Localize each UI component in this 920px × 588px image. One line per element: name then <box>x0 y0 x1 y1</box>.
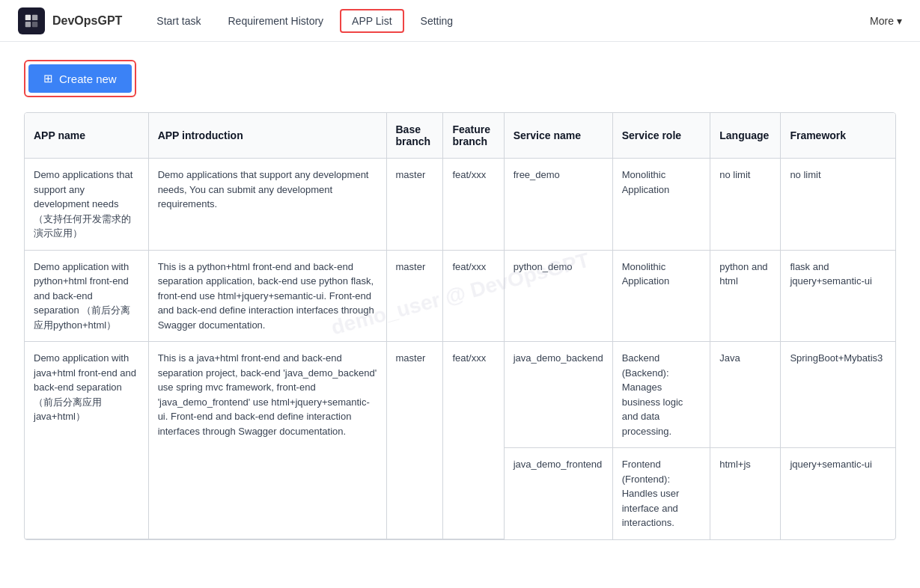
cell-service-name: python_demo <box>504 250 612 342</box>
nav-more-label: More <box>870 15 894 27</box>
plus-icon: ⊞ <box>43 72 53 85</box>
nav-setting[interactable]: Setting <box>410 10 464 31</box>
svg-rect-3 <box>32 21 37 26</box>
col-header-app-name: APP name <box>25 113 148 159</box>
cell-framework: no limit <box>781 159 895 251</box>
cell-base-branch: master <box>386 250 443 342</box>
svg-rect-1 <box>32 14 37 19</box>
create-button-label: Create new <box>59 73 117 85</box>
cell-app-intro: This is a java+html front-end and back-e… <box>148 342 386 539</box>
col-header-app-intro: APP introduction <box>148 113 386 159</box>
cell-app-name: Demo application with java+html front-en… <box>25 342 148 539</box>
cell-service-role: Monolithic Application <box>612 250 710 342</box>
create-new-button[interactable]: ⊞ Create new <box>28 64 132 93</box>
cell-service-name: java_demo_frontend <box>504 448 612 539</box>
brand-icon <box>18 7 45 34</box>
nav-app-list[interactable]: APP List <box>340 9 403 33</box>
cell-app-name: Demo applications that support any devel… <box>25 159 148 251</box>
svg-rect-2 <box>25 21 31 26</box>
col-header-framework: Framework <box>781 113 895 159</box>
cell-framework: flask and jquery+semantic-ui <box>781 250 895 342</box>
cell-app-intro: This is a python+html front-end and back… <box>148 250 386 342</box>
cell-framework: jquery+semantic-ui <box>781 448 895 539</box>
cell-feature-branch: feat/xxx <box>443 250 504 342</box>
app-table: APP name APP introduction Base branch Fe… <box>24 112 896 540</box>
cell-feature-branch: feat/xxx <box>443 159 504 251</box>
navbar: DevOpsGPT Start task Requirement History… <box>0 0 920 42</box>
brand-name: DevOpsGPT <box>52 14 122 28</box>
cell-language: Java <box>710 342 781 448</box>
create-button-wrapper: ⊞ Create new <box>24 60 136 97</box>
table-row: Demo application with java+html front-en… <box>25 342 895 448</box>
cell-base-branch: master <box>386 342 443 539</box>
table-header-row: APP name APP introduction Base branch Fe… <box>25 113 895 159</box>
cell-service-role: Frontend (Frontend): Handles user interf… <box>612 448 710 539</box>
cell-service-name: free_demo <box>504 159 612 251</box>
cell-language: html+js <box>710 448 781 539</box>
nav-requirement-history[interactable]: Requirement History <box>218 10 335 31</box>
table-row: Demo application with python+html front-… <box>25 250 895 342</box>
cell-service-role: Backend (Backend): Manages business logi… <box>612 342 710 448</box>
cell-feature-branch: feat/xxx <box>443 342 504 539</box>
main-content: ⊞ Create new APP name APP introduction B… <box>0 42 920 558</box>
col-header-base-branch: Base branch <box>386 113 443 159</box>
chevron-down-icon: ▾ <box>897 15 902 27</box>
cell-service-role: Monolithic Application <box>612 159 710 251</box>
nav-links: Start task Requirement History APP List … <box>146 9 846 33</box>
cell-service-name: java_demo_backend <box>504 342 612 448</box>
cell-app-name: Demo application with python+html front-… <box>25 250 148 342</box>
cell-framework: SpringBoot+Mybatis3 <box>781 342 895 448</box>
cell-base-branch: master <box>386 159 443 251</box>
col-header-service-name: Service name <box>504 113 612 159</box>
col-header-feature-branch: Feature branch <box>443 113 504 159</box>
svg-rect-0 <box>25 14 31 19</box>
col-header-language: Language <box>710 113 781 159</box>
cell-app-intro: Demo applications that support any devel… <box>148 159 386 251</box>
col-header-service-role: Service role <box>612 113 710 159</box>
nav-start-task[interactable]: Start task <box>146 10 211 31</box>
brand: DevOpsGPT <box>18 7 122 34</box>
cell-language: python and html <box>710 250 781 342</box>
cell-language: no limit <box>710 159 781 251</box>
nav-more-button[interactable]: More ▾ <box>870 15 902 27</box>
table-row: Demo applications that support any devel… <box>25 159 895 251</box>
